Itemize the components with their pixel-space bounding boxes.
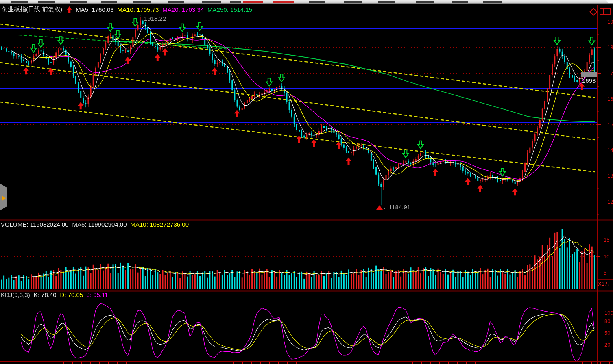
volume-indicator-value: VOLUME: 119082024.00 (1, 221, 69, 228)
price-axis-label: 1400 (607, 147, 613, 153)
menu-item[interactable] (344, 1, 362, 3)
menu-item[interactable] (70, 1, 87, 3)
ma-indicator-value: MA5: 1760.03 (76, 6, 113, 13)
chart-canvas[interactable] (0, 0, 613, 364)
volume-indicator-value: MA10: 108272736.00 (131, 221, 189, 228)
price-axis-label: 1800 (607, 44, 613, 50)
menu-item[interactable] (202, 1, 221, 3)
kdj-indicator-value: D: 70.05 (60, 291, 83, 298)
menu-item[interactable] (273, 1, 294, 3)
menu-item[interactable] (133, 1, 151, 3)
kdj-indicator-value: J: 95.11 (87, 291, 108, 298)
ma-indicator-value: MA250: 1514.15 (207, 6, 252, 13)
kdj-indicator-value: K: 78.40 (34, 291, 57, 298)
menu-item[interactable] (309, 1, 325, 3)
price-axis-label: 1900 (607, 19, 613, 25)
menu-item[interactable] (452, 1, 468, 3)
price-axis-label: 1600 (607, 96, 613, 102)
ma-indicator-value: MA20: 1703.34 (162, 6, 204, 13)
main-chart-header: 创业板指(日线.前复权) MA5: 1760.03MA10: 1705.73MA… (2, 6, 256, 13)
kdj-header: KDJ(9,3,3)K: 78.40D: 70.05J: 95.11 (1, 291, 112, 298)
low-marker-triangle (376, 205, 383, 210)
low-annotation: ←1184.91 (383, 204, 410, 210)
instrument-title: 创业板指(日线.前复权) (2, 6, 62, 13)
price-axis-label: 1700 (607, 70, 613, 76)
up-arrow-icon (67, 6, 72, 13)
split-window-icon[interactable] (600, 8, 611, 15)
menu-item[interactable] (378, 1, 395, 3)
window-corner (606, 0, 613, 3)
menu-bar (0, 0, 613, 4)
kdj-axis-label: 80 (604, 318, 610, 324)
kdj-indicator-value: KDJ(9,3,3) (1, 291, 30, 298)
volume-axis-label: 5 (604, 270, 606, 276)
menu-item[interactable] (11, 1, 28, 3)
menu-item[interactable] (483, 1, 502, 3)
kdj-axis-label: 100 (604, 310, 613, 316)
menu-item[interactable] (243, 1, 263, 3)
price-axis-label: 1200 (607, 199, 613, 205)
volume-indicator-value: MA5: 119902904.00 (72, 221, 127, 228)
menu-item[interactable] (230, 1, 241, 3)
trading-app-window: 创业板指(日线.前复权) MA5: 1760.03MA10: 1705.73MA… (0, 0, 613, 364)
volume-unit-label: X1万 (598, 280, 610, 288)
kdj-axis-label: 20 (604, 342, 610, 348)
volume-axis-label: 10 (604, 254, 609, 260)
last-price-tag: 1693 (582, 77, 596, 84)
last-price-tag-box (581, 72, 597, 77)
price-axis-label: 1500 (607, 121, 613, 128)
volume-axis-label: 15 (604, 237, 609, 243)
price-axis-label: 1300 (607, 173, 613, 179)
menu-item[interactable] (38, 1, 55, 3)
menu-item[interactable] (416, 1, 434, 3)
menu-item[interactable] (101, 1, 117, 3)
menu-item[interactable] (168, 1, 184, 3)
high-annotation: ←1918.22 (138, 15, 166, 22)
volume-header: VOLUME: 119082024.00MA5: 119902904.00MA1… (1, 221, 192, 228)
kdj-axis-label: 50 (604, 330, 610, 336)
ma-indicator-value: MA10: 1705.73 (118, 6, 159, 13)
sidebar-expander-arrow-icon[interactable] (2, 195, 6, 201)
